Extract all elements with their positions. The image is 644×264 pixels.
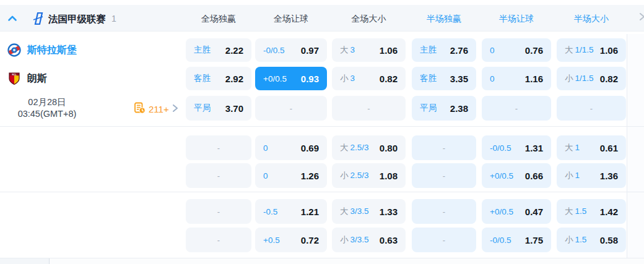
column-header-ft-overunder: 全场大小 (332, 14, 406, 25)
odds-value: 1.06 (380, 45, 398, 56)
odds-value: 0.80 (380, 143, 398, 153)
odds-cell[interactable]: -0/0.51.75 (482, 228, 551, 252)
odds-selection-label: 大1 (565, 142, 580, 153)
odds-cell[interactable]: 客胜2.92 (186, 67, 251, 90)
odds-selection-label: -0/0.5 (490, 236, 511, 245)
odds-cell[interactable]: 00.69 (255, 135, 327, 160)
odds-selection-label: 大1/1.5 (565, 45, 594, 56)
odds-cell[interactable]: 大10.61 (557, 135, 626, 160)
odds-value: 0.97 (301, 45, 319, 56)
odds-cell[interactable]: 01.26 (255, 163, 327, 188)
home-team-name[interactable]: 斯特拉斯堡 (27, 44, 77, 57)
column-header-ht-overunder: 半场大小 (557, 14, 626, 25)
odds-cell[interactable]: 小1.50.58 (557, 228, 626, 252)
odds-selection-label: 平局 (194, 103, 211, 114)
odds-cell[interactable]: -0/0.51.31 (482, 135, 551, 160)
odds-selection-label: 主胜 (194, 45, 211, 56)
odds-value: 3.35 (450, 74, 468, 84)
markets-count-link[interactable]: 211+ (134, 102, 179, 116)
odds-selection-label: 0 (490, 46, 495, 55)
odds-selection-label: 主胜 (420, 45, 437, 56)
odds-value: 2.38 (450, 103, 468, 114)
odds-cell[interactable]: -0.51.21 (255, 199, 327, 224)
odds-selection-label: 大3 (340, 45, 355, 56)
odds-value: 2.22 (225, 45, 243, 56)
column-header-ht-1x2: 半场独赢 (412, 14, 476, 25)
more-icon[interactable] (638, 12, 644, 23)
odds-cell[interactable]: 大3/3.51.33 (332, 199, 406, 224)
markets-count[interactable]: 211+ (149, 104, 169, 114)
odds-cell[interactable]: 小2.5/31.08 (332, 163, 406, 188)
odds-selection-label: 客胜 (194, 73, 211, 84)
odds-cell[interactable]: +0.50.72 (255, 228, 327, 252)
ligue1-logo-icon (33, 12, 44, 27)
home-team-row[interactable]: 斯特拉斯堡 (0, 38, 186, 62)
odds-cell-empty: - (482, 96, 551, 121)
collapse-chevron-up-icon[interactable] (7, 13, 18, 24)
next-section-preview (0, 258, 644, 264)
odds-selection-label: 小1.5 (565, 234, 586, 245)
odds-cell[interactable]: 小30.82 (332, 67, 406, 90)
odds-cell-empty: - (186, 228, 251, 252)
chevron-right-icon (172, 104, 179, 114)
league-header: 法国甲级联赛 1 全场独赢 全场让球 全场大小 半场独赢 半场让球 半场大小 (0, 5, 644, 32)
odds-selection-label: 小1 (565, 170, 580, 181)
odds-cell[interactable]: 小11.36 (557, 163, 626, 188)
markets-icon (134, 102, 146, 116)
odds-selection-label: 大1.5 (565, 206, 586, 217)
away-team-row[interactable]: RCL 朗斯 (0, 67, 186, 90)
odds-cell[interactable]: 大1.51.42 (557, 199, 626, 224)
odds-selection-label: 0 (490, 74, 495, 83)
odds-value: 0.58 (600, 235, 618, 245)
odds-cell[interactable]: 客胜3.35 (412, 67, 476, 90)
odds-cell-empty: - (255, 96, 327, 121)
overunder-prefix: 小 (340, 171, 349, 180)
odds-selection-label: +0.5 (263, 236, 280, 245)
odds-value: 1.31 (525, 143, 543, 153)
league-name: 法国甲级联赛 (48, 13, 106, 26)
odds-cell[interactable]: 平局2.38 (412, 96, 476, 121)
odds-cell[interactable]: +0/0.50.66 (482, 163, 551, 188)
odds-cell-empty: - (557, 96, 626, 121)
odds-selection-label: -0.5 (263, 207, 277, 216)
match-time: 03:45(GMT+8) (0, 108, 94, 120)
odds-cell-empty: - (412, 199, 476, 224)
odds-cell[interactable]: 小3/3.50.63 (332, 228, 406, 252)
odds-cell-empty: - (332, 96, 406, 121)
odds-cell[interactable]: 00.76 (482, 38, 551, 62)
odds-value: 0.61 (600, 143, 618, 153)
column-header-ft-handicap: 全场让球 (255, 14, 327, 25)
overunder-prefix: 大 (340, 143, 349, 152)
odds-cell-empty: - (186, 163, 251, 188)
odds-cell[interactable]: 大31.06 (332, 38, 406, 62)
odds-selection-label: 小2.5/3 (340, 170, 369, 181)
odds-value: 0.72 (301, 235, 319, 245)
overunder-prefix: 大 (565, 45, 573, 54)
odds-cell[interactable]: -0/0.50.97 (255, 38, 327, 62)
odds-cell-empty: - (412, 135, 476, 160)
svg-text:RCL: RCL (12, 74, 17, 76)
odds-cell[interactable]: 大2.5/30.80 (332, 135, 406, 160)
odds-selection-label: 0 (263, 171, 268, 181)
odds-selection-label: -0/0.5 (490, 143, 511, 153)
odds-value: 0.93 (301, 74, 319, 84)
away-team-name[interactable]: 朗斯 (27, 72, 47, 85)
odds-value: 1.75 (525, 235, 543, 245)
odds-selection-label: 0 (263, 143, 268, 153)
odds-cell[interactable]: +0/0.50.93 (255, 67, 327, 90)
odds-cell[interactable]: 平局3.70 (186, 96, 251, 121)
odds-cell[interactable]: 主胜2.22 (186, 38, 251, 62)
odds-cell[interactable]: +0/0.50.47 (482, 199, 551, 224)
overunder-prefix: 小 (340, 74, 349, 83)
odds-selection-label: 大3/3.5 (340, 206, 369, 217)
odds-value: 0.82 (380, 74, 398, 84)
odds-cell[interactable]: 主胜2.76 (412, 38, 476, 62)
odds-value: 0.69 (301, 143, 319, 153)
odds-cell[interactable]: 小1/1.50.82 (557, 67, 626, 90)
column-header-ft-1x2: 全场独赢 (186, 14, 251, 25)
away-team-badge-icon: RCL (7, 72, 21, 85)
right-gutter (627, 34, 644, 258)
odds-cell[interactable]: 大1/1.51.06 (557, 38, 626, 62)
odds-selection-label: 小1/1.5 (565, 73, 594, 84)
odds-cell[interactable]: 01.16 (482, 67, 551, 90)
